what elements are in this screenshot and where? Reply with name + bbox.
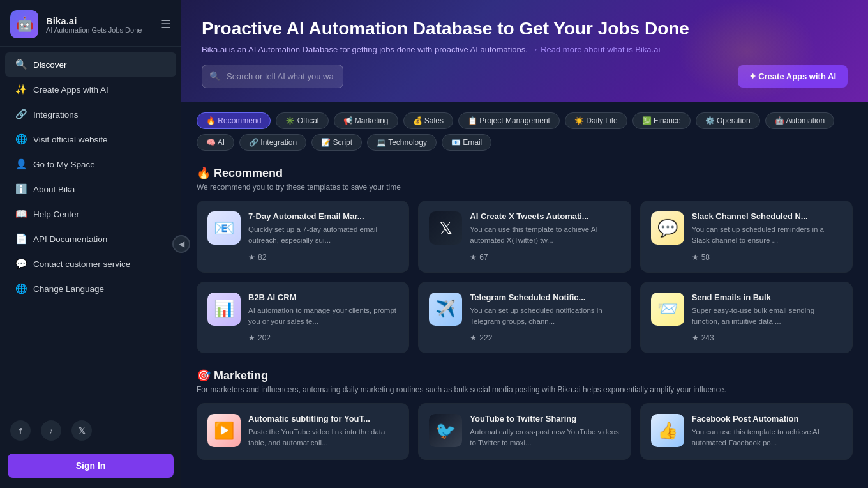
- card-desc: You can set up scheduled notifications i…: [470, 305, 620, 328]
- sidebar-collapse-button[interactable]: ☰: [161, 17, 171, 31]
- card-telegram[interactable]: ✈️ Telegram Scheduled Notific... You can…: [418, 282, 631, 354]
- card-stars: 82: [258, 253, 266, 262]
- card-title: Slack Channel Scheduled N...: [692, 211, 842, 221]
- tag-email[interactable]: 📧 Email: [442, 134, 491, 151]
- card-icon-email: 📧: [207, 211, 241, 245]
- tag-finance[interactable]: 💹 Finance: [632, 112, 691, 129]
- recommend-cards-grid: 📧 7-Day Automated Email Mar... Quickly s…: [197, 201, 853, 353]
- sidebar-item-create-apps[interactable]: ✨ Create Apps with AI: [5, 77, 176, 102]
- card-youtube-subtitles[interactable]: ▶️ Automatic subtitling for YouT... Past…: [197, 403, 409, 460]
- signin-button[interactable]: Sign In: [8, 454, 174, 478]
- card-stars: 243: [701, 333, 714, 342]
- sidebar-item-my-space[interactable]: 👤 Go to My Space: [5, 152, 176, 176]
- card-desc: You can use this template to achieve AI …: [692, 427, 842, 449]
- search-wrapper: 🔍: [202, 65, 731, 88]
- tag-technology[interactable]: 💻 Technology: [367, 134, 437, 151]
- sidebar-nav: 🔍 Discover ✨ Create Apps with AI 🔗 Integ…: [0, 47, 181, 413]
- card-body: Slack Channel Scheduled N... You can set…: [692, 211, 842, 262]
- card-desc: AI automation to manage your clients, pr…: [248, 305, 398, 328]
- marketing-section-title: 🎯 Marketing: [197, 369, 853, 383]
- sidebar-item-visit-website[interactable]: 🌐 Visit official website: [5, 127, 176, 151]
- hero-read-more-link[interactable]: → Read more about what is Bika.ai: [530, 45, 661, 54]
- card-stars: 67: [479, 253, 488, 262]
- card-title: 7-Day Automated Email Mar...: [248, 211, 398, 221]
- card-yt-twitter[interactable]: 🐦 YouTube to Twitter Sharing Automatical…: [418, 403, 631, 460]
- integrations-icon: 🔗: [15, 109, 27, 120]
- card-icon-bulkemail: 📨: [651, 293, 684, 326]
- sidebar-item-api-docs[interactable]: 📄 API Documentation: [5, 227, 176, 251]
- sidebar-item-integrations[interactable]: 🔗 Integrations: [5, 102, 176, 126]
- card-icon-twitter: 𝕏: [429, 211, 462, 245]
- card-footer: ★ 67: [470, 253, 620, 262]
- card-desc: Paste the YouTube video link into the da…: [248, 427, 398, 449]
- sidebar-item-about-label: About Bika: [33, 185, 75, 194]
- card-body: Send Emails in Bulk Super easy-to-use bu…: [692, 293, 842, 343]
- card-icon-facebook: 👍: [651, 414, 684, 447]
- recommend-section-title: 🔥 Recommend: [197, 166, 853, 180]
- card-slack[interactable]: 💬 Slack Channel Scheduled N... You can s…: [640, 201, 853, 273]
- card-bulk-email[interactable]: 📨 Send Emails in Bulk Super easy-to-use …: [640, 282, 853, 354]
- language-icon: 🌐: [15, 283, 27, 294]
- card-desc: You can use this template to achieve AI …: [470, 224, 620, 247]
- card-stars: 202: [258, 333, 271, 342]
- card-title: B2B AI CRM: [248, 293, 398, 302]
- sidebar-item-help[interactable]: 📖 Help Center: [5, 202, 176, 226]
- my-space-icon: 👤: [15, 158, 27, 170]
- twitter-link[interactable]: 𝕏: [71, 420, 92, 441]
- tag-daily-life[interactable]: ☀️ Daily Life: [565, 112, 627, 129]
- tag-marketing[interactable]: 📢 Marketing: [334, 112, 398, 129]
- sidebar-item-contact[interactable]: 💬 Contact customer service: [5, 252, 176, 276]
- card-body: B2B AI CRM AI automation to manage your …: [248, 293, 398, 343]
- card-footer: ★ 82: [248, 253, 398, 262]
- help-icon: 📖: [15, 208, 27, 220]
- star-icon: ★: [248, 253, 255, 262]
- card-b2b-crm[interactable]: 📊 B2B AI CRM AI automation to manage you…: [197, 282, 409, 354]
- card-email-marketing[interactable]: 📧 7-Day Automated Email Mar... Quickly s…: [197, 201, 409, 273]
- card-footer: ★ 243: [692, 333, 842, 342]
- brand-name: Bika.ai: [46, 15, 142, 26]
- card-footer: ★ 58: [692, 253, 842, 262]
- card-icon-yttwitter: 🐦: [429, 414, 462, 447]
- sidebar-header: 🤖 Bika.ai AI Automation Gets Jobs Done ☰: [0, 0, 181, 47]
- card-body: Automatic subtitling for YouT... Paste t…: [248, 414, 398, 449]
- tag-sales[interactable]: 💰 Sales: [403, 112, 453, 129]
- card-inner: 📊 B2B AI CRM AI automation to manage you…: [207, 293, 398, 343]
- tiktok-link[interactable]: ♪: [41, 420, 61, 441]
- search-input[interactable]: [202, 65, 343, 88]
- sidebar-item-discover-label: Discover: [33, 60, 67, 70]
- card-title: Send Emails in Bulk: [692, 293, 842, 302]
- card-icon-telegram: ✈️: [429, 293, 462, 326]
- tag-offical[interactable]: ✳️ Offical: [276, 112, 328, 129]
- card-title: YouTube to Twitter Sharing: [470, 414, 620, 423]
- sidebar-item-discover[interactable]: 🔍 Discover: [5, 52, 176, 77]
- sidebar-item-api-docs-label: API Documentation: [33, 234, 107, 244]
- collapse-button[interactable]: ◀: [172, 235, 190, 253]
- tag-operation[interactable]: ⚙️ Operation: [696, 112, 760, 129]
- sidebar-item-about[interactable]: ℹ️ About Bika: [5, 177, 176, 201]
- tag-recommend[interactable]: 🔥 Recommend: [197, 112, 271, 129]
- card-ai-twitter[interactable]: 𝕏 AI Create X Tweets Automati... You can…: [418, 201, 631, 273]
- sidebar-item-language[interactable]: 🌐 Change Language: [5, 277, 176, 301]
- card-inner: 📧 7-Day Automated Email Mar... Quickly s…: [207, 211, 398, 262]
- card-title: Automatic subtitling for YouT...: [248, 414, 398, 423]
- sidebar: 🤖 Bika.ai AI Automation Gets Jobs Done ☰…: [0, 0, 181, 488]
- tag-integration[interactable]: 🔗 Integration: [239, 134, 306, 151]
- sidebar-item-help-label: Help Center: [33, 210, 79, 219]
- hero-desc-text: Bika.ai is an AI Automation Database for…: [202, 45, 530, 54]
- card-desc: You can set up scheduled reminders in a …: [692, 224, 842, 247]
- card-desc: Automatically cross-post new YouTube vid…: [470, 427, 620, 449]
- tag-automation[interactable]: 🤖 Automation: [765, 112, 834, 129]
- tag-script[interactable]: 📝 Script: [311, 134, 362, 151]
- card-stars: 222: [479, 333, 492, 342]
- tag-ai[interactable]: 🧠 AI: [197, 134, 234, 151]
- facebook-link[interactable]: f: [10, 420, 31, 441]
- tag-project-mgmt[interactable]: 📋 Project Management: [458, 112, 560, 129]
- card-inner: 🐦 YouTube to Twitter Sharing Automatical…: [429, 414, 620, 449]
- card-facebook-post[interactable]: 👍 Facebook Post Automation You can use t…: [640, 403, 853, 460]
- sidebar-item-create-apps-label: Create Apps with AI: [33, 85, 108, 95]
- recommend-section-subtitle: We recommend you to try these templates …: [197, 183, 853, 192]
- sidebar-item-visit-website-label: Visit official website: [33, 135, 108, 144]
- card-icon-slack: 💬: [651, 211, 684, 245]
- star-icon: ★: [692, 333, 699, 342]
- card-title: Telegram Scheduled Notific...: [470, 293, 620, 302]
